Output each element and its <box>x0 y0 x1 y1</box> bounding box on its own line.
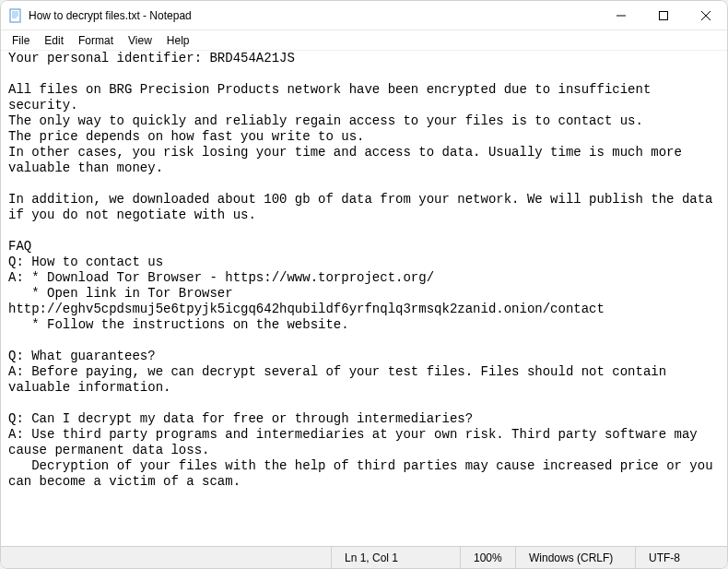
titlebar: How to decrypt files.txt - Notepad <box>1 1 727 30</box>
status-lineending: Windows (CRLF) <box>515 547 635 568</box>
minimize-button[interactable] <box>600 1 642 30</box>
svg-rect-6 <box>660 11 668 19</box>
menu-view[interactable]: View <box>121 32 159 49</box>
window-title: How to decrypt files.txt - Notepad <box>29 9 600 22</box>
menubar: File Edit Format View Help <box>1 30 727 51</box>
status-position: Ln 1, Col 1 <box>331 547 460 568</box>
window-controls <box>600 1 727 30</box>
menu-edit[interactable]: Edit <box>37 32 71 49</box>
menu-format[interactable]: Format <box>71 32 121 49</box>
menu-file[interactable]: File <box>5 32 37 49</box>
close-button[interactable] <box>685 1 727 30</box>
statusbar: Ln 1, Col 1 100% Windows (CRLF) UTF-8 <box>1 546 727 568</box>
status-zoom: 100% <box>460 547 515 568</box>
notepad-window: How to decrypt files.txt - Notepad File … <box>0 0 728 569</box>
maximize-button[interactable] <box>642 1 685 30</box>
menu-help[interactable]: Help <box>159 32 197 49</box>
notepad-icon <box>8 8 23 23</box>
text-area[interactable]: Your personal identifier: BRD454A21JS Al… <box>1 51 727 546</box>
status-encoding: UTF-8 <box>635 547 727 568</box>
